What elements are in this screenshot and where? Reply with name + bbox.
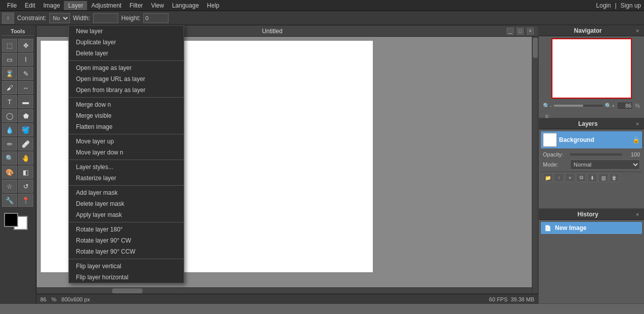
history-close[interactable]: × bbox=[634, 211, 641, 218]
menu-filter[interactable]: Filter bbox=[125, 1, 147, 10]
duplicate-layer-button[interactable]: ⧉ bbox=[576, 173, 586, 182]
tool-eyedropper[interactable]: 🎨 bbox=[2, 166, 17, 179]
menu-merge-visible[interactable]: Merge visible bbox=[69, 110, 184, 121]
menu-apply-layer-mask[interactable]: Apply layer mask bbox=[69, 209, 184, 220]
opacity-slider[interactable] bbox=[570, 153, 622, 155]
menu-view[interactable]: View bbox=[147, 1, 168, 10]
menu-duplicate-layer[interactable]: Duplicate layer bbox=[69, 37, 184, 48]
menu-flip-vertical[interactable]: Flip layer vertical bbox=[69, 261, 184, 272]
menu-image[interactable]: Image bbox=[39, 1, 64, 10]
tool-text[interactable]: T bbox=[2, 95, 17, 108]
layer-up-button[interactable]: ↑ bbox=[554, 173, 564, 182]
history-panel: History × 📄 New Image bbox=[539, 209, 644, 304]
tool-pencil[interactable]: ✎ bbox=[18, 67, 33, 80]
layer-name: Background bbox=[559, 136, 594, 143]
new-layer-group-button[interactable]: 📁 bbox=[543, 173, 553, 182]
move-tool-button[interactable]: ↕ bbox=[2, 13, 14, 24]
tool-eraser[interactable]: ✏ bbox=[2, 137, 17, 150]
tool-shape-rect[interactable]: ▬ bbox=[18, 95, 33, 108]
layer-item-background[interactable]: Background 🔒 bbox=[541, 131, 642, 148]
signup-link[interactable]: Sign up bbox=[620, 2, 641, 9]
menu-rotate-90ccw[interactable]: Rotate layer 90° CCW bbox=[69, 246, 184, 257]
right-panels: Navigator × 🔍- 🔍+ % X: Y: bbox=[538, 25, 644, 304]
vertical-scrollbar[interactable] bbox=[532, 37, 538, 293]
tool-move[interactable]: ✥ bbox=[18, 39, 33, 52]
tool-zoom[interactable]: 🔍 bbox=[2, 151, 17, 165]
tool-smudge[interactable]: ↔ bbox=[18, 81, 33, 94]
height-input[interactable] bbox=[143, 13, 169, 23]
menu-merge-down[interactable]: Merge dow n bbox=[69, 99, 184, 110]
tool-clone[interactable]: 🩹 bbox=[18, 137, 33, 150]
menu-new-layer[interactable]: New layer bbox=[69, 26, 184, 37]
zoom-slider[interactable] bbox=[554, 105, 603, 107]
canvas-close[interactable]: × bbox=[527, 28, 534, 35]
tool-star[interactable]: ☆ bbox=[2, 180, 17, 193]
tool-lasso-free[interactable]: ⌇ bbox=[18, 53, 33, 66]
menu-move-layer-down[interactable]: Move layer dow n bbox=[69, 147, 184, 158]
tool-lasso-rect[interactable]: ▭ bbox=[2, 53, 17, 66]
menu-layer[interactable]: Layer bbox=[64, 1, 87, 10]
horizontal-scrollbar[interactable] bbox=[37, 287, 532, 293]
menu-layer-styles[interactable]: Layer styles... bbox=[69, 162, 184, 173]
menu-file[interactable]: File bbox=[3, 1, 21, 10]
history-item-icon: 📄 bbox=[544, 224, 552, 232]
height-label: Height: bbox=[121, 15, 140, 22]
menu-edit[interactable]: Edit bbox=[21, 1, 39, 10]
constraint-select[interactable]: No bbox=[49, 13, 70, 23]
navigator-close[interactable]: × bbox=[634, 27, 641, 34]
menu-open-library-as-layer[interactable]: Open from library as layer bbox=[69, 85, 184, 96]
toolbox: Tools ⬚ ✥ ▭ ⌇ ⌛ ✎ 🖌 ↔ T ▬ ◯ ⬟ 💧 🪣 ✏ 🩹 🔍 … bbox=[0, 25, 36, 304]
canvas-dimensions: 800x600 px bbox=[61, 296, 90, 302]
zoom-in-icon[interactable]: 🔍+ bbox=[605, 103, 615, 109]
delete-layer-button[interactable]: 🗑 bbox=[609, 173, 619, 182]
tool-gradient[interactable]: ◧ bbox=[18, 166, 33, 179]
menu-delete-layer-mask[interactable]: Delete layer mask bbox=[69, 198, 184, 209]
layers-close[interactable]: × bbox=[634, 120, 641, 127]
tool-pin[interactable]: 📍 bbox=[18, 194, 33, 207]
menu-rasterize-layer[interactable]: Rasterize layer bbox=[69, 173, 184, 184]
zoom-out-icon[interactable]: 🔍- bbox=[543, 103, 552, 109]
tool-shape-poly[interactable]: ⬟ bbox=[18, 109, 33, 122]
tool-brush[interactable]: 🖌 bbox=[2, 81, 17, 94]
menu-open-image-as-layer[interactable]: Open image as layer bbox=[69, 62, 184, 73]
flatten-button[interactable]: ▥ bbox=[598, 173, 608, 182]
separator-5 bbox=[69, 185, 184, 186]
menu-rotate-180[interactable]: Rotate layer 180° bbox=[69, 224, 184, 235]
menu-delete-layer[interactable]: Delete layer bbox=[69, 48, 184, 59]
menu-language[interactable]: Language bbox=[168, 1, 203, 10]
separator-3 bbox=[69, 134, 184, 134]
canvas-minimize[interactable]: _ bbox=[507, 28, 514, 35]
foreground-color[interactable] bbox=[4, 213, 18, 227]
navigator-controls: 🔍- 🔍+ % bbox=[541, 101, 642, 111]
tool-transform[interactable]: ↺ bbox=[18, 180, 33, 193]
menu-flatten-image[interactable]: Flatten image bbox=[69, 121, 184, 132]
tool-hand[interactable]: 🤚 bbox=[18, 151, 33, 165]
tool-shape-ellipse[interactable]: ◯ bbox=[2, 109, 17, 122]
tool-pen[interactable]: 🔧 bbox=[2, 194, 17, 207]
width-input[interactable] bbox=[93, 13, 118, 23]
menu-rotate-90cw[interactable]: Rotate layer 90° CW bbox=[69, 235, 184, 246]
canvas-maximize[interactable]: □ bbox=[517, 28, 524, 35]
opacity-value: 100 bbox=[624, 151, 640, 158]
blend-mode-select[interactable]: Normal Multiply Screen Overlay bbox=[570, 160, 640, 170]
menu-open-url-as-layer[interactable]: Open image URL as layer bbox=[69, 73, 184, 85]
history-item-new-image[interactable]: 📄 New Image bbox=[541, 222, 642, 234]
navigator-header: Navigator × bbox=[539, 25, 644, 36]
zoom-input[interactable] bbox=[617, 102, 633, 110]
menu-help[interactable]: Help bbox=[203, 1, 223, 10]
layers-content: Background 🔒 Opacity: 100 Mode: Normal M… bbox=[539, 129, 644, 185]
layers-panel: Layers × Background 🔒 Opacity: 100 Mo bbox=[539, 118, 644, 209]
tool-fill[interactable]: 🪣 bbox=[18, 123, 33, 136]
login-link[interactable]: Login bbox=[596, 2, 611, 9]
menu-adjustment[interactable]: Adjustment bbox=[87, 1, 125, 10]
merge-down-button[interactable]: ⬇ bbox=[587, 173, 597, 182]
tool-blur[interactable]: 💧 bbox=[2, 123, 17, 136]
layers-controls: Opacity: 100 Mode: Normal Multiply Scree… bbox=[541, 151, 642, 170]
tool-crop[interactable]: ⌛ bbox=[2, 67, 17, 80]
menu-flip-horizontal[interactable]: Flip layer horizontal bbox=[69, 272, 184, 283]
toolbar: ↕ Constraint: No Width: Height: bbox=[0, 11, 644, 25]
menu-move-layer-up[interactable]: Move layer up bbox=[69, 136, 184, 147]
tool-select-rect[interactable]: ⬚ bbox=[2, 39, 17, 52]
menu-add-layer-mask[interactable]: Add layer mask bbox=[69, 187, 184, 198]
new-layer-button[interactable]: + bbox=[565, 173, 575, 182]
